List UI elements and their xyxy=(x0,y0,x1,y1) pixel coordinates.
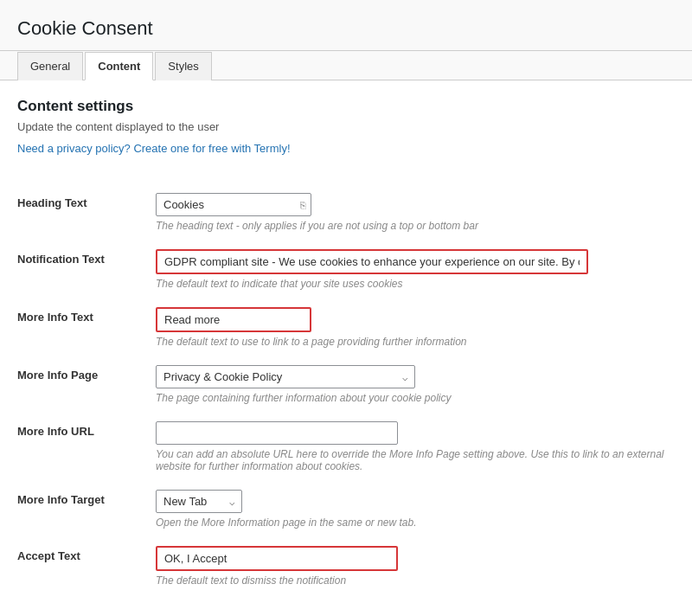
notification-text-input[interactable] xyxy=(156,249,588,274)
more-info-target-label: More Info Target xyxy=(17,493,105,506)
heading-text-description: The heading text - only applies if you a… xyxy=(156,220,675,232)
more-info-page-select[interactable]: Privacy & Cookie Policy None Custom URL xyxy=(156,365,415,388)
page-title: Cookie Consent xyxy=(0,0,692,51)
tabs-container: General Content Styles xyxy=(0,51,692,80)
more-info-page-row: More Info Page Privacy & Cookie Policy N… xyxy=(17,356,675,413)
more-info-text-description: The default text to use to link to a pag… xyxy=(156,336,675,348)
more-info-page-select-wrapper: Privacy & Cookie Policy None Custom URL … xyxy=(156,365,415,388)
tab-general[interactable]: General xyxy=(17,52,83,80)
notification-text-label: Notification Text xyxy=(17,253,105,266)
tab-styles[interactable]: Styles xyxy=(155,52,211,80)
notification-text-row: Notification Text The default text to in… xyxy=(17,241,675,298)
accept-text-label: Accept Text xyxy=(17,549,80,562)
notification-text-description: The default text to indicate that your s… xyxy=(156,278,675,290)
heading-text-label: Heading Text xyxy=(17,196,87,209)
more-info-text-row: More Info Text The default text to use t… xyxy=(17,298,675,356)
heading-text-input-wrapper: ⎘ xyxy=(156,193,311,216)
section-subtitle: Update the content displayed to the user xyxy=(17,120,675,133)
accept-text-row: Accept Text The default text to dismiss … xyxy=(17,537,675,595)
more-info-url-input[interactable] xyxy=(156,421,398,445)
heading-text-row: Heading Text ⎘ The heading text - only a… xyxy=(17,184,675,241)
accept-text-description: The default text to dismiss the notifica… xyxy=(156,574,675,587)
more-info-target-select-wrapper: New Tab Same Tab ⌵ xyxy=(156,490,242,513)
more-info-url-row: More Info URL You can add an absolute UR… xyxy=(17,413,675,481)
more-info-url-description: You can add an absolute URL here to over… xyxy=(156,448,675,472)
more-info-target-row: More Info Target New Tab Same Tab ⌵ Open… xyxy=(17,481,675,537)
accept-text-input[interactable] xyxy=(156,546,398,571)
more-info-page-description: The page containing further information … xyxy=(156,392,675,404)
more-info-target-select[interactable]: New Tab Same Tab xyxy=(156,490,242,513)
heading-text-input[interactable] xyxy=(156,193,311,216)
section-title: Content settings xyxy=(17,98,675,115)
tab-content[interactable]: Content xyxy=(85,52,153,80)
more-info-target-description: Open the More Information page in the sa… xyxy=(156,517,675,529)
more-info-url-label: More Info URL xyxy=(17,425,94,438)
more-info-page-label: More Info Page xyxy=(17,369,98,382)
privacy-policy-link[interactable]: Need a privacy policy? Create one for fr… xyxy=(17,142,291,155)
settings-form: Heading Text ⎘ The heading text - only a… xyxy=(17,184,675,595)
more-info-text-label: More Info Text xyxy=(17,311,93,324)
more-info-text-input[interactable] xyxy=(156,307,311,332)
